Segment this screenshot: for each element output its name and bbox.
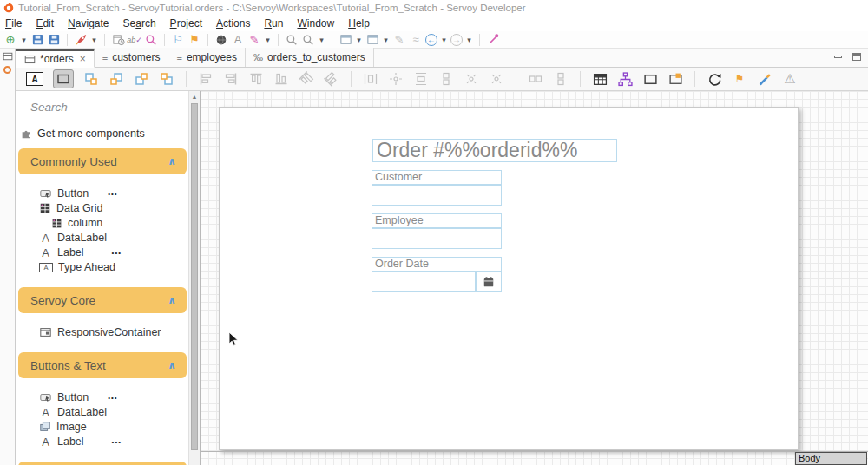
palette-scrollbar[interactable]: ▲	[188, 91, 200, 465]
forward-dropdown-icon[interactable]: ▾	[465, 33, 473, 47]
menu-help[interactable]: Help	[348, 17, 370, 29]
palette-item-image[interactable]: Image	[39, 420, 187, 434]
palette-search-input[interactable]	[18, 95, 187, 121]
distribute-horizontal-icon[interactable]	[363, 71, 378, 87]
menu-edit[interactable]: Edit	[36, 17, 54, 29]
tab-customers[interactable]: ≡ customers	[95, 48, 169, 67]
scroll-up-icon[interactable]: ▲	[189, 91, 200, 102]
form-hierarchy-icon[interactable]	[617, 71, 633, 87]
new-wizard-dropdown-icon[interactable]: ▾	[20, 33, 28, 47]
align-right-icon[interactable]	[223, 71, 239, 87]
palette-section-form-containers[interactable]: Form Containers ∧	[18, 462, 187, 465]
palette-item-type-ahead[interactable]: A Type Ahead	[39, 260, 187, 274]
tab-orders-to-customers[interactable]: ‰ orders_to_customers	[246, 48, 374, 67]
place-field-icon[interactable]	[83, 71, 99, 87]
palette-section-commonly-used[interactable]: Commonly Used ∧	[18, 148, 187, 174]
same-width-icon[interactable]	[528, 71, 543, 87]
servoy-perspective-icon[interactable]	[3, 66, 11, 74]
zoom-dropdown-icon[interactable]: ▾	[318, 33, 326, 47]
form-design-canvas[interactable]: Order #%%orderid%% Customer Employee Ord…	[201, 91, 868, 465]
flag-filled-icon[interactable]: ⚑	[187, 33, 201, 47]
get-more-components[interactable]: Get more components	[18, 121, 187, 145]
customer-label[interactable]: Customer	[372, 170, 502, 185]
new-window-icon[interactable]	[365, 33, 379, 47]
more-options-icon[interactable]: •••	[112, 249, 122, 257]
menu-file[interactable]: File	[5, 17, 22, 29]
new-window-dropdown-icon[interactable]: ▾	[382, 33, 390, 47]
link-editor-icon[interactable]: ≈	[409, 33, 423, 47]
palette-item-label[interactable]: A Label •••	[39, 435, 187, 449]
palette-item-datalabel[interactable]: A DataLabel	[39, 405, 187, 419]
launch-icon[interactable]	[74, 33, 88, 47]
database-sync-icon[interactable]	[111, 33, 125, 47]
perspective-dropdown-icon[interactable]: ▾	[355, 33, 363, 47]
back-icon[interactable]: ←	[425, 34, 437, 46]
distribute-packed-icon[interactable]	[438, 71, 454, 87]
distribute-vertical-icon[interactable]	[464, 71, 479, 87]
distribute-leftward-icon[interactable]	[413, 71, 429, 87]
flag-outline-icon[interactable]: ⚐	[171, 33, 185, 47]
label-tool-icon[interactable]: A	[26, 72, 43, 86]
order-date-field[interactable]	[372, 272, 476, 292]
table-view-icon[interactable]	[592, 71, 608, 87]
center-horizontal-icon[interactable]	[299, 71, 314, 87]
forward-icon[interactable]: →	[450, 34, 463, 46]
zoom-icon[interactable]	[301, 33, 315, 47]
place-label-icon[interactable]	[108, 71, 124, 87]
order-date-label[interactable]: Order Date	[372, 257, 502, 272]
theme-dropdown-icon[interactable]: ▾	[264, 33, 272, 47]
zoom-in-icon[interactable]	[285, 33, 299, 47]
launch-dropdown-icon[interactable]: ▾	[90, 33, 98, 47]
same-height-icon[interactable]	[553, 71, 569, 87]
menu-window[interactable]: Window	[297, 17, 334, 29]
tab-employees[interactable]: ≡ employees	[168, 48, 245, 67]
close-icon[interactable]: ×	[80, 53, 86, 65]
save-icon[interactable]	[30, 33, 44, 47]
form-part-body-tag[interactable]: Body	[795, 452, 867, 465]
maximize-editor-icon[interactable]	[852, 53, 861, 61]
pin-editor-icon[interactable]	[486, 33, 500, 47]
align-top-icon[interactable]	[248, 71, 264, 87]
menu-navigate[interactable]: Navigate	[68, 17, 108, 29]
place-tab-icon[interactable]	[159, 71, 174, 87]
form-surface[interactable]: Order #%%orderid%% Customer Employee Ord…	[219, 107, 799, 450]
employee-label[interactable]: Employee	[372, 213, 502, 228]
palette-item-datalabel[interactable]: A DataLabel	[39, 231, 187, 245]
menu-search[interactable]: Search	[123, 17, 156, 29]
palette-item-button[interactable]: Button •••	[39, 187, 187, 200]
customer-field[interactable]	[372, 185, 502, 206]
open-perspective-icon[interactable]	[339, 33, 352, 47]
tab-orders[interactable]: *orders ×	[16, 49, 95, 68]
menu-run[interactable]: Run	[264, 17, 283, 29]
distribute-upward-icon[interactable]	[489, 71, 504, 87]
save-all-icon[interactable]	[47, 33, 61, 47]
align-left-icon[interactable]	[198, 71, 214, 87]
scrollbar-thumb[interactable]	[191, 103, 198, 450]
refresh-icon[interactable]	[707, 71, 722, 87]
theme-brush-icon[interactable]: ✎	[247, 33, 261, 47]
minimize-editor-icon[interactable]	[834, 56, 842, 58]
more-options-icon[interactable]: •••	[112, 438, 122, 446]
place-media-icon[interactable]	[134, 71, 149, 87]
back-dropdown-icon[interactable]: ▾	[440, 33, 448, 47]
more-options-icon[interactable]: •••	[108, 190, 117, 198]
spellcheck-icon[interactable]: ab✓	[128, 33, 141, 47]
palette-item-responsivecontainer[interactable]: ResponsiveContainer	[39, 325, 187, 339]
open-search-icon[interactable]	[144, 33, 158, 47]
palette-item-data-grid[interactable]: Data Grid	[39, 201, 187, 215]
calendar-button[interactable]	[476, 272, 502, 292]
group-icon[interactable]	[642, 71, 658, 87]
palette-section-servoy-core[interactable]: Servoy Core ∧	[18, 287, 187, 313]
palette-section-buttons-text[interactable]: Buttons & Text ∧	[18, 352, 187, 378]
anchoring-icon[interactable]	[667, 71, 683, 87]
anchor-spread-icon[interactable]	[388, 71, 404, 87]
globe-icon[interactable]	[214, 33, 228, 47]
menu-project[interactable]: Project	[170, 17, 202, 29]
employee-field[interactable]	[372, 228, 502, 249]
menu-actions[interactable]: Actions	[216, 17, 250, 29]
select-tool-icon[interactable]	[53, 69, 74, 88]
flag-icon[interactable]: ⚑	[732, 71, 747, 87]
font-icon[interactable]: A	[231, 33, 245, 47]
form-part-separator[interactable]	[201, 451, 868, 452]
palette-item-button[interactable]: Button •••	[39, 390, 187, 404]
